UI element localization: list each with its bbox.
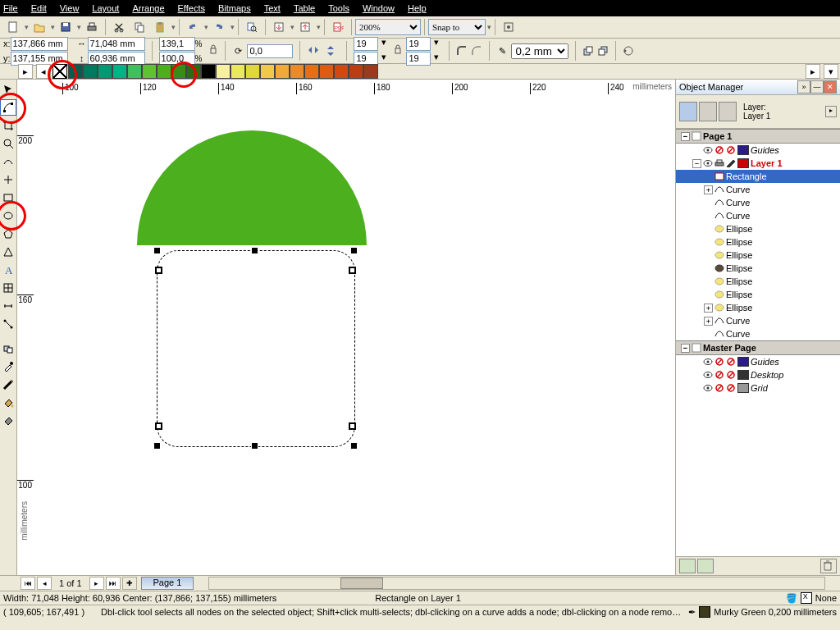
docker-menu-button[interactable]: ▸: [825, 106, 837, 117]
scale-y-input[interactable]: [159, 52, 195, 66]
tree-object-row[interactable]: + Curve: [676, 314, 840, 327]
no-fill-swatch[interactable]: [52, 64, 67, 79]
scale-x-input[interactable]: [159, 37, 195, 51]
interactive-fill-tool[interactable]: [0, 413, 16, 429]
selection-handle[interactable]: [153, 442, 161, 450]
tree-object-row[interactable]: Curve: [676, 327, 840, 340]
convert-curves-button[interactable]: [623, 45, 634, 57]
crop-tool[interactable]: [0, 117, 16, 134]
tree-object-row[interactable]: Rectangle: [676, 170, 840, 183]
docker-expand-button[interactable]: »: [797, 80, 810, 94]
tree-layer-row[interactable]: Guides: [676, 355, 840, 368]
palette-down-icon[interactable]: ▾: [824, 64, 838, 79]
tree-layer-row[interactable]: − Layer 1: [676, 157, 840, 170]
eyedropper-tool[interactable]: [0, 358, 16, 375]
fill-tool[interactable]: [0, 395, 16, 411]
canvas-shape-halfcircle[interactable]: [137, 130, 367, 245]
publish-button[interactable]: PDF: [328, 17, 348, 37]
color-swatch[interactable]: [186, 64, 201, 79]
export-button[interactable]: [295, 17, 315, 37]
scalloped-corner-button[interactable]: [471, 45, 482, 57]
pick-tool[interactable]: [0, 81, 16, 98]
polygon-tool[interactable]: [0, 226, 16, 242]
prev-page-button[interactable]: ◂: [37, 577, 52, 590]
color-swatch[interactable]: [157, 64, 171, 79]
scrollbar-thumb[interactable]: [340, 578, 383, 589]
horizontal-ruler[interactable]: millimeters 100120140160180200220240: [34, 80, 675, 95]
color-swatch[interactable]: [363, 64, 378, 79]
outline-tool[interactable]: [0, 377, 16, 393]
tree-object-row[interactable]: Curve: [676, 209, 840, 222]
color-swatch[interactable]: [142, 64, 157, 79]
color-swatch[interactable]: [112, 64, 127, 79]
copy-button[interactable]: [130, 17, 149, 37]
node-handle[interactable]: [155, 422, 162, 430]
menu-edit[interactable]: Edit: [31, 3, 47, 13]
freehand-tool[interactable]: [0, 153, 16, 170]
color-swatch[interactable]: [231, 64, 245, 79]
color-swatch[interactable]: [171, 64, 186, 79]
corner-br-input[interactable]: [406, 52, 431, 66]
menu-tools[interactable]: Tools: [328, 3, 349, 13]
color-swatch[interactable]: [290, 64, 304, 79]
open-button[interactable]: [30, 17, 49, 37]
add-page-button[interactable]: ✚: [122, 577, 137, 590]
tree-layer-row[interactable]: Desktop: [676, 368, 840, 381]
horizontal-scrollbar[interactable]: [208, 577, 825, 590]
outline-width-select[interactable]: 0,2 mm: [511, 43, 568, 59]
menu-arrange[interactable]: Arrange: [132, 3, 164, 13]
connector-tool[interactable]: [0, 316, 16, 332]
tree-object-row[interactable]: Curve: [676, 196, 840, 209]
canvas-shape-rectangle[interactable]: [157, 250, 355, 447]
tree-object-row[interactable]: Ellipse: [676, 222, 840, 235]
color-swatch[interactable]: [68, 64, 83, 79]
tree-page-row[interactable]: − Page 1: [676, 129, 840, 144]
tree-object-row[interactable]: + Ellipse: [676, 301, 840, 314]
layer-mode-button[interactable]: [699, 102, 717, 121]
menu-help[interactable]: Help: [408, 3, 427, 13]
status-fill[interactable]: 🪣 X None: [786, 592, 837, 604]
color-swatch[interactable]: [304, 64, 319, 79]
node-handle[interactable]: [349, 422, 356, 430]
new-layer-button[interactable]: [679, 559, 696, 573]
table-tool[interactable]: [0, 280, 16, 296]
shape-tool[interactable]: [0, 99, 16, 116]
tree-object-row[interactable]: Ellipse: [676, 275, 840, 288]
zoom-select[interactable]: 200%: [355, 19, 421, 35]
color-swatch[interactable]: [201, 64, 216, 79]
menu-table[interactable]: Table: [294, 3, 315, 13]
ellipse-tool[interactable]: [0, 208, 16, 224]
import-button[interactable]: [269, 17, 289, 37]
palette-prev-icon[interactable]: ◂: [36, 64, 51, 79]
basic-shapes-tool[interactable]: [0, 244, 16, 260]
menu-layout[interactable]: Layout: [92, 3, 119, 13]
mirror-v-button[interactable]: [325, 44, 340, 57]
docker-minimize-button[interactable]: —: [810, 80, 824, 94]
corner-lock-button[interactable]: [393, 43, 403, 59]
object-tree[interactable]: − Page 1 Guides− Layer 1 Rectangle+ Curv…: [676, 129, 840, 556]
print-button[interactable]: [82, 17, 102, 37]
menu-effects[interactable]: Effects: [178, 3, 205, 13]
width-input[interactable]: [88, 37, 145, 51]
tree-layer-row[interactable]: Grid: [676, 381, 840, 395]
zoom-tool[interactable]: [0, 135, 16, 152]
y-input[interactable]: [11, 52, 68, 66]
tree-page-row[interactable]: − Master Page: [676, 340, 840, 355]
effects-tool[interactable]: [0, 340, 16, 357]
redo-button[interactable]: [209, 17, 229, 37]
tree-object-row[interactable]: + Curve: [676, 183, 840, 196]
color-swatch[interactable]: [260, 64, 275, 79]
options-button[interactable]: [499, 17, 518, 37]
new-button[interactable]: [3, 17, 23, 37]
last-page-button[interactable]: ⏭: [106, 577, 121, 590]
undo-button[interactable]: [183, 17, 203, 37]
docker-close-button[interactable]: ✕: [824, 80, 837, 94]
selection-handle[interactable]: [251, 442, 258, 450]
selection-handle[interactable]: [251, 247, 258, 254]
to-front-button[interactable]: [582, 45, 594, 57]
to-back-button[interactable]: [597, 45, 609, 57]
palette-play-icon[interactable]: ▸: [18, 64, 33, 79]
node-handle[interactable]: [155, 267, 162, 274]
menu-text[interactable]: Text: [264, 3, 281, 13]
rotation-input[interactable]: [247, 44, 293, 58]
